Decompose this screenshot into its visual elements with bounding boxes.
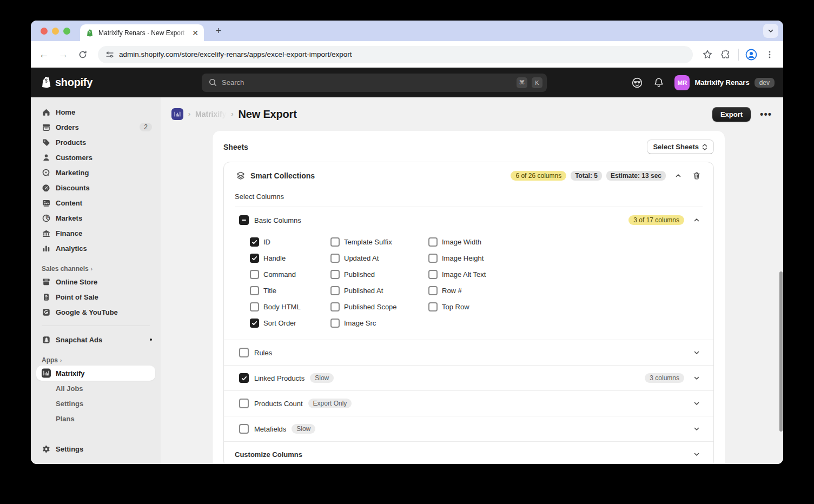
column-option-image-height[interactable]: Image Height	[428, 254, 713, 263]
delete-sheet-icon[interactable]	[691, 170, 703, 182]
group-row-linked-products[interactable]: Linked ProductsSlow3 columns	[224, 366, 713, 390]
group-checkbox[interactable]	[239, 399, 249, 408]
search-input[interactable]: Search ⌘ K	[202, 74, 547, 92]
extensions-icon[interactable]	[718, 47, 734, 63]
checkbox[interactable]	[250, 254, 259, 263]
column-option-updated-at[interactable]: Updated At	[330, 254, 428, 263]
site-settings-icon[interactable]	[105, 50, 114, 59]
sidebar-item-online-store[interactable]: Online Store	[31, 274, 161, 289]
checkbox[interactable]	[330, 254, 340, 263]
forward-button[interactable]: →	[55, 46, 72, 63]
sales-channels-header[interactable]: Sales channels ›	[31, 263, 161, 274]
checkbox[interactable]	[250, 286, 259, 295]
expand-group-icon[interactable]	[691, 347, 703, 359]
group-checkbox[interactable]	[239, 348, 249, 357]
sidebar-item-products[interactable]: Products	[31, 135, 161, 150]
column-option-row[interactable]: Row #	[428, 286, 713, 295]
checkbox[interactable]	[250, 237, 259, 247]
column-option-handle[interactable]: Handle	[250, 254, 330, 263]
browser-menu-icon[interactable]	[762, 47, 778, 63]
checkbox[interactable]	[330, 302, 340, 311]
checkbox[interactable]	[428, 302, 438, 311]
basic-columns-row[interactable]: Basic Columns 3 of 17 columns	[224, 207, 713, 229]
column-option-id[interactable]: ID	[250, 237, 330, 247]
url-bar[interactable]: admin.shopify.com/store/excelify-renars/…	[98, 46, 693, 63]
checkbox[interactable]	[428, 254, 438, 263]
dev-mode-icon[interactable]	[631, 77, 643, 89]
basic-columns-checkbox[interactable]	[239, 215, 249, 225]
column-option-body-html[interactable]: Body HTML	[250, 302, 330, 311]
column-option-title[interactable]: Title	[250, 286, 330, 295]
back-button[interactable]: ←	[35, 46, 52, 63]
column-option-image-alt-text[interactable]: Image Alt Text	[428, 270, 713, 279]
sidebar-item-discounts[interactable]: Discounts	[31, 180, 161, 195]
checkbox[interactable]	[428, 270, 438, 279]
tab-close-icon[interactable]: ✕	[192, 29, 198, 37]
column-option-published-scope[interactable]: Published Scope	[330, 302, 428, 311]
checkbox[interactable]	[428, 286, 438, 295]
collapse-sheet-icon[interactable]	[672, 170, 684, 182]
matrixify-breadcrumb-icon[interactable]	[171, 108, 183, 120]
group-checkbox[interactable]	[239, 424, 249, 434]
more-actions-icon[interactable]: •••	[760, 109, 772, 120]
notification-bell-icon[interactable]	[653, 77, 665, 89]
sidebar-item-google-youtube[interactable]: Google & YouTube	[31, 304, 161, 320]
breadcrumb-app-link[interactable]: Matrixify	[195, 110, 227, 118]
select-sheets-button[interactable]: Select Sheets	[647, 140, 714, 154]
sidebar-subitem-settings[interactable]: Settings	[31, 396, 161, 411]
sidebar-item-customers[interactable]: Customers	[31, 150, 161, 165]
checkbox[interactable]	[250, 270, 259, 279]
reload-button[interactable]	[74, 46, 91, 63]
bookmark-star-icon[interactable]	[699, 47, 716, 63]
customize-columns-row[interactable]: Customize Columns	[224, 442, 713, 464]
new-tab-button[interactable]: +	[211, 24, 226, 38]
group-checkbox[interactable]	[239, 373, 249, 383]
sidebar-item-settings[interactable]: Settings	[31, 441, 161, 456]
tab-search-chevron-icon[interactable]	[763, 24, 778, 38]
checkbox[interactable]	[330, 286, 340, 295]
checkbox[interactable]	[428, 237, 438, 247]
sidebar-item-orders[interactable]: Orders2	[31, 120, 161, 135]
shopify-logo[interactable]: shopify	[39, 76, 202, 90]
sidebar-item-snapchat-ads[interactable]: Snapchat Ads	[31, 332, 161, 347]
column-option-top-row[interactable]: Top Row	[428, 302, 713, 311]
column-option-sort-order[interactable]: Sort Order	[250, 319, 330, 328]
expand-group-icon[interactable]	[691, 397, 703, 409]
sidebar-item-markets[interactable]: $Markets	[31, 210, 161, 226]
column-option-command[interactable]: Command	[250, 270, 330, 279]
group-row-rules[interactable]: Rules	[224, 340, 713, 365]
sidebar-item-marketing[interactable]: Marketing	[31, 165, 161, 180]
column-option-image-width[interactable]: Image Width	[428, 237, 713, 247]
group-row-products-count[interactable]: Products CountExport Only	[224, 391, 713, 416]
sidebar-subitem-all-jobs[interactable]: All Jobs	[31, 381, 161, 396]
sidebar-subitem-plans[interactable]: Plans	[31, 411, 161, 426]
sidebar-item-finance[interactable]: Finance	[31, 226, 161, 241]
column-option-image-src[interactable]: Image Src	[330, 319, 428, 328]
column-option-template-suffix[interactable]: Template Suffix	[330, 237, 428, 247]
expand-group-icon[interactable]	[691, 372, 703, 384]
expand-group-icon[interactable]	[691, 423, 703, 435]
sidebar-item-matrixify[interactable]: Matrixify	[36, 366, 155, 381]
scrollbar-thumb[interactable]	[779, 271, 783, 432]
export-button[interactable]: Export	[712, 107, 751, 122]
maximize-window-button[interactable]	[63, 28, 70, 35]
minimize-window-button[interactable]	[52, 28, 59, 35]
sidebar-item-point-of-sale[interactable]: $Point of Sale	[31, 289, 161, 304]
profile-icon[interactable]	[743, 47, 759, 63]
sidebar-item-home[interactable]: Home	[31, 104, 161, 120]
close-window-button[interactable]	[41, 28, 48, 35]
checkbox[interactable]	[250, 302, 259, 311]
sidebar-item-content[interactable]: Content	[31, 195, 161, 210]
checkbox[interactable]	[330, 270, 340, 279]
collapse-basic-icon[interactable]	[691, 214, 703, 226]
column-option-published-at[interactable]: Published At	[330, 286, 428, 295]
browser-tab[interactable]: Matrixify Renars · New Export ✕	[80, 24, 204, 41]
column-option-published[interactable]: Published	[330, 270, 428, 279]
user-menu[interactable]: MR Matrixify Renars dev	[674, 75, 775, 90]
expand-customize-icon[interactable]	[691, 448, 703, 460]
checkbox[interactable]	[330, 237, 340, 247]
checkbox[interactable]	[330, 319, 340, 328]
apps-header[interactable]: Apps ›	[31, 355, 161, 366]
checkbox[interactable]	[250, 319, 259, 328]
sidebar-item-analytics[interactable]: Analytics	[31, 241, 161, 256]
